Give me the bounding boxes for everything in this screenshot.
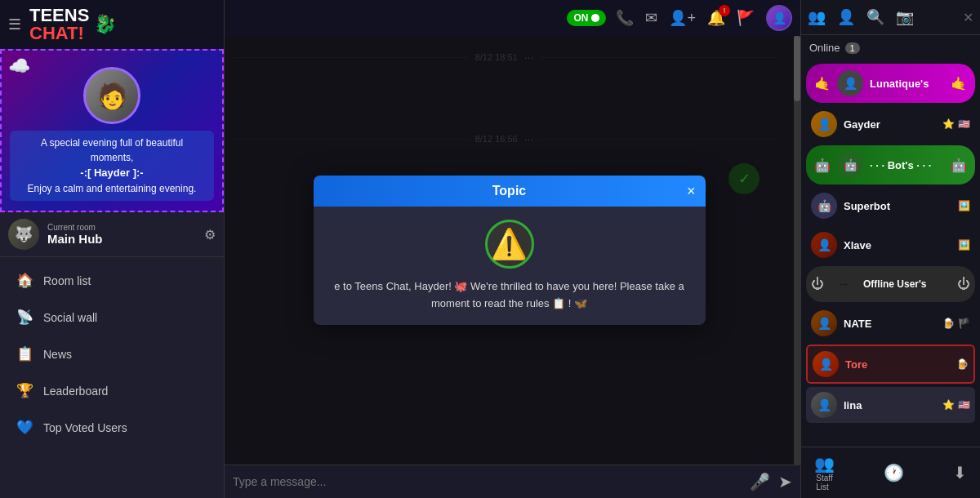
banner-avatar: 🧑	[83, 67, 140, 124]
clock-icon[interactable]: 🕐	[884, 463, 904, 482]
logo-icon: 🐉	[94, 14, 116, 35]
gayder-name: Gayder	[844, 118, 936, 131]
modal-overlay: Topic × ⚠️ e to Teens Chat, Hayder! 🐙 We…	[225, 36, 794, 465]
status-toggle[interactable]: ON	[567, 10, 606, 26]
tore-beer-icon: 🍺	[956, 358, 969, 370]
modal-close-button[interactable]: ×	[687, 184, 696, 198]
sidebar-item-room-list[interactable]: 🏠 Room list	[0, 262, 224, 299]
news-icon: 📋	[16, 345, 33, 362]
gayder-star-icon: ⭐	[942, 118, 955, 130]
user-item-lunatique[interactable]: 🤙 👤 Lunatique's 🤙	[806, 64, 975, 103]
scroll-track[interactable]	[794, 36, 800, 465]
user-item-nate[interactable]: 👤 NATE 🍺 🏴	[806, 305, 975, 341]
tore-name: Tore	[845, 358, 950, 371]
staff-list-label: Staff List	[816, 474, 832, 491]
nav-label-top-voted: Top Voted Users	[43, 421, 127, 434]
bots-left-icon: 🤖	[814, 158, 831, 173]
online-header: Online 1	[801, 35, 980, 60]
user-item-tore[interactable]: 👤 Tore 🍺	[806, 345, 975, 384]
room-avatar: 🐺	[8, 219, 39, 250]
online-label: Online	[809, 42, 840, 54]
lina-flag-icon: 🇺🇸	[958, 399, 970, 411]
notification-badge: !	[719, 5, 730, 16]
gayder-flags: ⭐ 🇺🇸	[942, 118, 970, 130]
hamburger-icon[interactable]: ☰	[8, 16, 21, 33]
user-item-lina[interactable]: 👤 lina ⭐ 🇺🇸	[806, 387, 975, 423]
scroll-to-bottom-icon[interactable]: ⬇	[953, 463, 967, 482]
add-user-icon[interactable]: 👤+	[669, 9, 696, 27]
superbot-name: Superbot	[844, 200, 951, 212]
status-label: ON	[573, 12, 588, 24]
heart-icon: 💙	[16, 419, 33, 436]
tore-flags: 🍺	[956, 358, 969, 370]
user-avatar-header[interactable]: 👤	[766, 5, 792, 31]
offline-section: ⏻ ··· Offline User's ⏻	[806, 266, 975, 302]
mic-icon[interactable]: 🎤	[750, 472, 770, 491]
lunatique-right-icon: 🤙	[951, 76, 967, 91]
search-icon[interactable]: 🔍	[866, 8, 884, 26]
user-item-bots[interactable]: 🤖 🤖 · · · Bot's · · · 🤖	[806, 145, 975, 185]
topic-modal: Topic × ⚠️ e to Teens Chat, Hayder! 🐙 We…	[314, 176, 706, 326]
nav-items: 🏠 Room list 📡 Social wall 📋 News 🏆 Leade…	[0, 257, 224, 451]
sidebar-item-top-voted[interactable]: 💙 Top Voted Users	[0, 409, 224, 446]
social-wall-icon: 📡	[16, 309, 33, 326]
sidebar-item-leaderboard[interactable]: 🏆 Leaderboard	[0, 372, 224, 409]
notification-icon[interactable]: 🔔!	[707, 9, 725, 27]
status-dot	[591, 14, 599, 22]
tore-avatar: 👤	[813, 351, 839, 377]
sidebar-item-news[interactable]: 📋 News	[0, 336, 224, 372]
modal-header-bar: Topic ×	[314, 176, 706, 207]
nate-beer-icon: 🍺	[942, 318, 955, 329]
user-list: 🤙 👤 Lunatique's 🤙 👤 Gayder ⭐ 🇺🇸 🤖 🤖 · · …	[801, 60, 980, 447]
modal-text: e to Teens Chat, Hayder! 🐙 We're thrille…	[330, 278, 689, 313]
chat-header: ON 📞 ✉ 👤+ 🔔! 🚩 👤	[225, 0, 800, 36]
header-icons: 📞 ✉ 👤+ 🔔! 🚩 👤	[616, 5, 792, 31]
nate-flag-icon: 🏴	[958, 318, 970, 329]
nate-flags: 🍺 🏴	[942, 318, 970, 329]
chat-body: 8/12 18:51 ··· 8/12 16:56 ··· ✓ Topic ×	[225, 36, 800, 465]
xlave-badge-icon: 🖼️	[958, 239, 970, 251]
nav-label-news: News	[43, 348, 72, 361]
superbot-flags: 🖼️	[958, 200, 970, 211]
staff-list-button[interactable]: 👥 Staff List	[814, 454, 835, 491]
leaderboard-icon: 🏆	[16, 382, 33, 399]
flag-icon[interactable]: 🚩	[737, 9, 755, 27]
right-panel-footer: 👥 Staff List 🕐 ⬇	[801, 447, 980, 498]
room-settings-icon[interactable]: ⚙	[204, 227, 216, 242]
phone-icon[interactable]: 📞	[616, 9, 634, 27]
users-icon[interactable]: 👥	[808, 8, 826, 26]
scroll-thumb[interactable]	[794, 36, 800, 101]
mail-icon[interactable]: ✉	[645, 9, 657, 27]
lina-star-icon: ⭐	[942, 399, 955, 411]
chat-input[interactable]	[233, 475, 742, 488]
lunatique-avatar: 👤	[837, 70, 863, 96]
close-panel-icon[interactable]: ✕	[963, 10, 973, 25]
online-count: 1	[845, 42, 860, 54]
user-item-gayder[interactable]: 👤 Gayder ⭐ 🇺🇸	[806, 106, 975, 142]
home-icon: 🏠	[16, 272, 33, 289]
superbot-badge-icon: 🖼️	[958, 200, 970, 211]
room-info: 🐺 Current room Main Hub ⚙	[0, 212, 224, 257]
user-icon[interactable]: 👤	[837, 8, 855, 26]
camera-icon[interactable]: 📷	[896, 8, 914, 26]
nav-label-social-wall: Social wall	[43, 311, 97, 324]
offline-left-icon: ⏻	[811, 277, 824, 291]
bots-avatar: 🤖	[837, 152, 863, 178]
sidebar-header: ☰ TEENSCHAT! 🐉	[0, 0, 224, 49]
main-chat-area: ON 📞 ✉ 👤+ 🔔! 🚩 👤 8/12 18:51 ··· 8/12 16:…	[225, 0, 800, 498]
chat-input-bar: 🎤 ➤	[225, 465, 800, 498]
superbot-avatar: 🤖	[811, 193, 837, 219]
xlave-name: Xlave	[844, 239, 951, 251]
send-icon[interactable]: ➤	[778, 472, 792, 491]
user-item-xlave[interactable]: 👤 Xlave 🖼️	[806, 227, 975, 263]
staff-icon: 👥	[814, 454, 835, 474]
user-item-superbot[interactable]: 🤖 Superbot 🖼️	[806, 188, 975, 224]
offline-right-icon: ⏻	[957, 277, 970, 291]
nav-label-room-list: Room list	[43, 274, 91, 287]
banner-area: ☁️ 🧑 A special evening full of beautiful…	[0, 49, 224, 212]
right-panel: 👥 👤 🔍 📷 ✕ Online 1 🤙 👤 Lunatique's 🤙 👤 G…	[800, 0, 980, 498]
offline-avatar: ···	[831, 271, 857, 297]
logo-text: TEENSCHAT!	[29, 7, 89, 42]
lunatique-name: Lunatique's	[870, 78, 944, 90]
sidebar-item-social-wall[interactable]: 📡 Social wall	[0, 299, 224, 336]
